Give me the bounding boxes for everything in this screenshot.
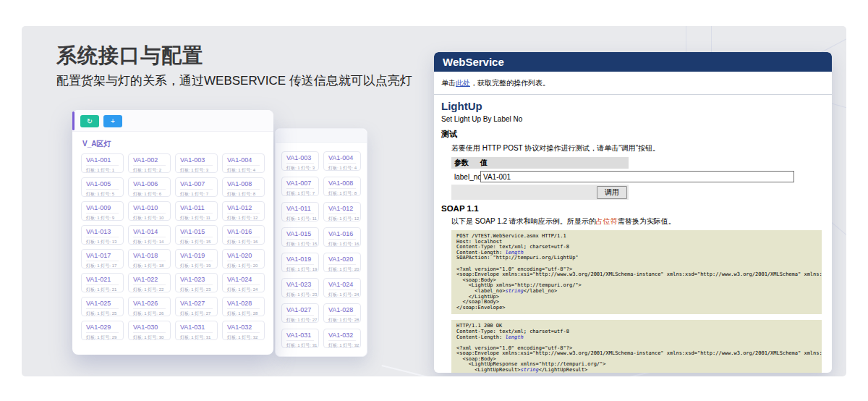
light-cell[interactable]: VA1-017 灯板: 1 灯号: 17 bbox=[81, 249, 124, 269]
light-cell[interactable]: VA1-010 灯板: 1 灯号: 10 bbox=[128, 201, 171, 221]
light-cell-label: VA1-032 bbox=[328, 332, 356, 341]
code-line: </LightUp> bbox=[456, 295, 817, 300]
intro-text: 单击 bbox=[441, 79, 456, 87]
light-cell[interactable]: VA1-014 灯板: 1 灯号: 14 bbox=[128, 225, 171, 245]
light-cell[interactable]: VA1-021 灯板: 1 灯号: 21 bbox=[81, 273, 124, 292]
light-cell-label: VA1-001 bbox=[86, 156, 119, 166]
refresh-button[interactable]: ↻ bbox=[80, 115, 99, 127]
light-cell-config: 灯板: 1 灯号: 24 bbox=[227, 287, 260, 292]
light-cell[interactable]: VA1-026 灯板: 1 灯号: 26 bbox=[128, 297, 171, 316]
light-cell[interactable]: VA1-024 灯板: 1 灯号: 24 bbox=[323, 278, 361, 297]
light-cell[interactable]: VA1-003 灯板: 1 灯号: 3 bbox=[175, 153, 218, 173]
light-cell[interactable]: VA1-004 灯板: 1 灯号: 4 bbox=[323, 151, 361, 171]
light-cell-config: 灯板: 1 灯号: 4 bbox=[328, 165, 356, 171]
light-cell[interactable]: VA1-020 灯板: 1 灯号: 20 bbox=[222, 249, 265, 269]
light-cell[interactable]: VA1-028 灯板: 1 灯号: 28 bbox=[323, 303, 361, 323]
light-cell-label: VA1-024 bbox=[227, 276, 260, 285]
light-cell[interactable]: VA1-031 灯板: 1 灯号: 31 bbox=[281, 329, 319, 348]
light-cell[interactable]: VA1-001 灯板: 1 灯号: 1 bbox=[81, 153, 124, 173]
light-cell[interactable]: VA1-028 灯板: 1 灯号: 28 bbox=[222, 297, 265, 316]
light-cell-config: 灯板: 1 灯号: 15 bbox=[286, 241, 314, 247]
light-cell[interactable]: VA1-005 灯板: 1 灯号: 5 bbox=[81, 177, 124, 197]
light-grid-window: ↻ + V_A区灯 VA1-001 灯板: 1 灯号: 1 bbox=[72, 110, 273, 355]
add-button[interactable]: + bbox=[103, 115, 122, 127]
light-cell[interactable]: VA1-027 灯板: 1 灯号: 27 bbox=[175, 297, 218, 316]
light-cell[interactable]: VA1-011 灯板: 1 灯号: 11 bbox=[175, 201, 218, 221]
light-cell[interactable]: VA1-007 灯板: 1 灯号: 7 bbox=[281, 177, 319, 196]
light-cell[interactable]: VA1-016 灯板: 1 灯号: 16 bbox=[222, 225, 265, 245]
light-cell[interactable]: VA1-027 灯板: 1 灯号: 27 bbox=[281, 303, 319, 323]
light-cell-config: 灯板: 1 灯号: 16 bbox=[328, 241, 356, 247]
page-title: 系统接口与配置 bbox=[56, 42, 203, 69]
here-link[interactable]: 此处 bbox=[456, 79, 470, 87]
light-cell-config: 灯板: 1 灯号: 23 bbox=[286, 292, 314, 297]
light-cell[interactable]: VA1-003 灯板: 1 灯号: 3 bbox=[281, 151, 319, 171]
light-cell[interactable]: VA1-031 灯板: 1 灯号: 31 bbox=[175, 321, 218, 340]
light-cell-config: 灯板: 1 灯号: 23 bbox=[180, 287, 213, 292]
light-cell-label: VA1-029 bbox=[86, 324, 119, 333]
invoke-row: 调用 bbox=[451, 185, 629, 200]
light-cell[interactable]: VA1-015 灯板: 1 灯号: 15 bbox=[175, 225, 218, 245]
light-cell-config: 灯板: 1 灯号: 8 bbox=[328, 190, 356, 196]
light-cell-label: VA1-010 bbox=[133, 204, 166, 214]
light-cell-label: VA1-013 bbox=[86, 228, 119, 237]
light-cell-label: VA1-031 bbox=[286, 332, 314, 341]
light-cell[interactable]: VA1-008 灯板: 1 灯号: 8 bbox=[323, 177, 361, 196]
light-cell-config: 灯板: 1 灯号: 12 bbox=[227, 215, 260, 221]
light-cell-label: VA1-011 bbox=[286, 205, 314, 214]
light-cell[interactable]: VA1-009 灯板: 1 灯号: 9 bbox=[81, 201, 124, 221]
light-cell[interactable]: VA1-007 灯板: 1 灯号: 7 bbox=[175, 177, 218, 197]
light-cell[interactable]: VA1-023 灯板: 1 灯号: 23 bbox=[281, 278, 319, 297]
note-text: 以下是 SOAP 1.2 请求和响应示例。所显示的 bbox=[451, 217, 596, 225]
divider bbox=[434, 94, 832, 95]
params-table-header: 参数 值 bbox=[451, 157, 629, 169]
light-cell[interactable]: VA1-032 灯板: 1 灯号: 32 bbox=[323, 329, 361, 348]
light-cell-config: 灯板: 1 灯号: 18 bbox=[133, 263, 166, 269]
light-cell[interactable]: VA1-022 灯板: 1 灯号: 22 bbox=[128, 273, 171, 292]
code-line: <label_no>string</label_no> bbox=[456, 289, 817, 295]
light-cell[interactable]: VA1-030 灯板: 1 灯号: 30 bbox=[128, 321, 171, 340]
section-label: V_A区灯 bbox=[82, 139, 265, 149]
light-cell[interactable]: VA1-029 灯板: 1 灯号: 29 bbox=[81, 321, 124, 340]
light-cell-label: VA1-007 bbox=[180, 180, 213, 190]
light-cell-config: 灯板: 1 灯号: 12 bbox=[328, 216, 356, 221]
light-cell[interactable]: VA1-015 灯板: 1 灯号: 15 bbox=[281, 227, 319, 247]
light-cell[interactable]: VA1-012 灯板: 1 灯号: 12 bbox=[222, 201, 265, 221]
grid-toolbar: ↻ + bbox=[72, 110, 273, 132]
light-cell-config: 灯板: 1 灯号: 31 bbox=[180, 334, 213, 340]
light-cell[interactable]: VA1-013 灯板: 1 灯号: 13 bbox=[81, 225, 124, 245]
light-cell-config: 灯板: 1 灯号: 4 bbox=[227, 167, 260, 173]
light-cell-config: 灯板: 1 灯号: 20 bbox=[328, 266, 356, 272]
light-cell[interactable]: VA1-019 灯板: 1 灯号: 19 bbox=[281, 253, 319, 272]
light-cell[interactable]: VA1-008 灯板: 1 灯号: 8 bbox=[222, 177, 265, 197]
invoke-button[interactable]: 调用 bbox=[597, 186, 627, 199]
test-hint: 若要使用 HTTP POST 协议对操作进行测试，请单击“调用”按钮。 bbox=[451, 143, 825, 153]
light-cell[interactable]: VA1-019 灯板: 1 灯号: 19 bbox=[175, 249, 218, 269]
light-cell[interactable]: VA1-025 灯板: 1 灯号: 25 bbox=[81, 297, 124, 316]
light-cell[interactable]: VA1-012 灯板: 1 灯号: 12 bbox=[323, 202, 361, 221]
add-icon: + bbox=[111, 117, 115, 125]
light-cell-label: VA1-002 bbox=[133, 156, 166, 166]
light-cell-label: VA1-009 bbox=[86, 204, 119, 214]
light-cell[interactable]: VA1-006 灯板: 1 灯号: 6 bbox=[128, 177, 171, 197]
light-cell[interactable]: VA1-020 灯板: 1 灯号: 20 bbox=[323, 253, 361, 272]
light-cell-config: 灯板: 1 灯号: 15 bbox=[180, 239, 213, 245]
light-cell[interactable]: VA1-011 灯板: 1 灯号: 11 bbox=[281, 202, 319, 221]
light-cell-label: VA1-012 bbox=[227, 204, 260, 214]
light-cell-config: 灯板: 1 灯号: 32 bbox=[328, 342, 356, 348]
param-row: label_no: bbox=[451, 171, 825, 182]
light-cell[interactable]: VA1-032 灯板: 1 灯号: 32 bbox=[222, 321, 265, 340]
light-cell-config: 灯板: 1 灯号: 7 bbox=[286, 190, 314, 196]
light-cell[interactable]: VA1-002 灯板: 1 灯号: 2 bbox=[128, 153, 171, 173]
light-cell[interactable]: VA1-016 灯板: 1 灯号: 16 bbox=[323, 227, 361, 247]
light-cell[interactable]: VA1-004 灯板: 1 灯号: 4 bbox=[222, 153, 265, 173]
light-cell[interactable]: VA1-023 灯板: 1 灯号: 23 bbox=[175, 273, 218, 292]
method-name: LightUp bbox=[441, 100, 825, 112]
code-text: SOAPAction: "http://tempuri.org/LightUp" bbox=[456, 255, 579, 261]
light-cell-label: VA1-007 bbox=[286, 180, 314, 189]
light-cell[interactable]: VA1-018 灯板: 1 灯号: 18 bbox=[128, 249, 171, 269]
param-value-input[interactable] bbox=[480, 171, 794, 182]
light-cell-config: 灯板: 1 灯号: 31 bbox=[286, 342, 314, 348]
light-cell[interactable]: VA1-024 灯板: 1 灯号: 24 bbox=[222, 273, 265, 292]
light-cell-label: VA1-019 bbox=[286, 256, 314, 265]
